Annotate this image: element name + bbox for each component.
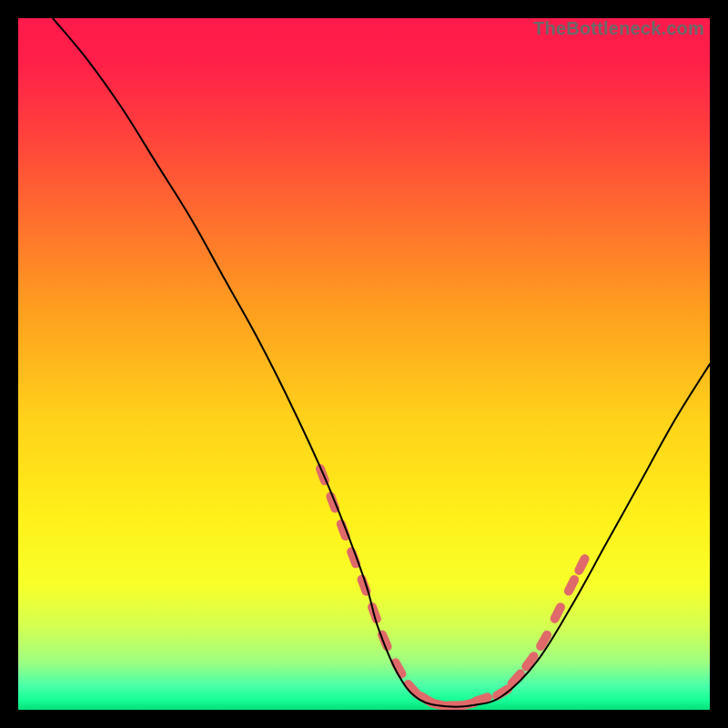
curve-layer [18, 18, 710, 710]
dot-segment [526, 656, 533, 666]
dot-segment [555, 607, 561, 619]
plot-area: TheBottleneck.com [18, 18, 710, 710]
dot-segment [569, 580, 574, 592]
main-curve [53, 18, 710, 707]
dot-segment [476, 697, 488, 702]
chart-frame: TheBottleneck.com [0, 0, 728, 728]
dot-segment [541, 635, 547, 646]
dot-segment [579, 559, 584, 571]
watermark-text: TheBottleneck.com [533, 18, 704, 39]
dotted-overlay [320, 469, 585, 706]
